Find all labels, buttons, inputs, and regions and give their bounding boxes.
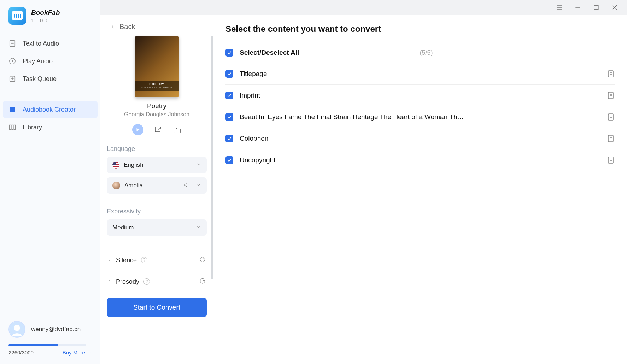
nav-audiobook-creator[interactable]: Audiobook Creator (3, 101, 98, 118)
checkbox[interactable] (225, 135, 233, 142)
svg-rect-11 (14, 125, 16, 130)
select-count: (5/5) (420, 49, 433, 57)
avatar (8, 321, 25, 338)
svg-rect-9 (10, 125, 11, 130)
nav-list-2: Audiobook Creator Library (0, 101, 100, 136)
chevron-down-icon (196, 224, 201, 231)
silence-row[interactable]: Silence ? (100, 249, 213, 271)
book-cover: POETRY GEORGIA DOUGLAS JOHNSON (135, 36, 179, 97)
cover-text: POETRY (136, 82, 178, 86)
checkbox[interactable] (225, 113, 233, 121)
nav-label: Audiobook Creator (23, 106, 76, 113)
back-label: Back (119, 23, 135, 31)
chapter-label: Beautiful Eyes Fame The Final Strain Her… (240, 113, 600, 121)
content: Back POETRY GEORGIA DOUGLAS JOHNSON Poet… (100, 15, 627, 364)
voice-avatar-icon (112, 182, 120, 189)
expressivity-label: Expressivity (107, 208, 207, 215)
scrollbar[interactable] (211, 36, 213, 279)
svg-marker-24 (184, 183, 187, 187)
content-row[interactable]: Titlepage (225, 63, 615, 85)
book-author: Georgia Douglas Johnson (124, 111, 189, 118)
help-icon[interactable]: ? (141, 257, 147, 263)
language-label: Language (107, 145, 207, 153)
document-icon[interactable] (607, 156, 615, 164)
main: Back POETRY GEORGIA DOUGLAS JOHNSON Poet… (100, 0, 627, 364)
content-row[interactable]: Uncopyright (225, 149, 615, 171)
chapter-label: Titlepage (240, 70, 600, 78)
document-icon (8, 40, 16, 47)
app-version: 1.1.0.0 (31, 17, 60, 23)
document-icon[interactable] (607, 91, 615, 100)
folder-icon[interactable] (172, 125, 182, 134)
start-convert-button[interactable]: Start to Convert (107, 298, 207, 317)
nav-label: Task Queue (23, 75, 57, 83)
expressivity-dropdown[interactable]: Medium (107, 219, 207, 236)
maximize-icon[interactable] (592, 3, 601, 12)
nav-label: Library (23, 124, 42, 131)
document-icon[interactable] (607, 70, 615, 78)
book-icon (8, 106, 16, 113)
chevron-down-icon (196, 162, 201, 168)
preview-play-button[interactable] (132, 124, 143, 135)
checkbox[interactable] (225, 92, 233, 99)
help-icon[interactable]: ? (143, 278, 150, 285)
voice-dropdown[interactable]: Amelia (107, 177, 207, 194)
svg-rect-34 (608, 135, 613, 142)
close-icon[interactable] (610, 3, 619, 12)
chapter-label: Imprint (240, 92, 600, 99)
svg-marker-21 (136, 128, 139, 131)
minimize-icon[interactable] (573, 3, 582, 12)
svg-rect-22 (155, 127, 160, 132)
user-email: wenny@dvdfab.cn (31, 326, 81, 333)
nav-list: Text to Audio Play Audio Task Queue (0, 35, 100, 88)
svg-rect-8 (10, 107, 15, 112)
document-icon[interactable] (607, 113, 615, 121)
content-list: Select the content you want to convert S… (213, 15, 627, 364)
nav-label: Text to Audio (23, 40, 59, 47)
checkbox-select-all[interactable] (225, 49, 233, 57)
app-logo-icon (8, 7, 26, 25)
language-section: Language English Amelia (100, 145, 213, 198)
checkbox[interactable] (225, 70, 233, 78)
chevron-right-icon (107, 257, 112, 263)
content-title: Select the content you want to convert (225, 24, 615, 34)
menu-icon[interactable] (555, 3, 564, 12)
refresh-icon[interactable] (199, 256, 206, 264)
voice-value: Amelia (124, 182, 179, 189)
back-button[interactable]: Back (100, 23, 213, 34)
nav-text-to-audio[interactable]: Text to Audio (3, 35, 98, 52)
chapter-label: Colophon (240, 135, 600, 142)
content-row[interactable]: Colophon (225, 128, 615, 149)
svg-marker-4 (12, 60, 14, 62)
select-all-row[interactable]: Select/Deselect All (5/5) (225, 42, 615, 63)
refresh-icon[interactable] (199, 277, 206, 286)
document-icon[interactable] (607, 134, 615, 143)
nav-play-audio[interactable]: Play Audio (3, 52, 98, 70)
open-external-icon[interactable] (153, 125, 163, 134)
buy-more-link[interactable]: Buy More → (63, 350, 92, 356)
expressivity-value: Medium (112, 224, 192, 231)
user-row[interactable]: wenny@dvdfab.cn (8, 321, 92, 338)
book-title: Poetry (147, 102, 166, 110)
nav-label: Play Audio (23, 58, 53, 65)
svg-rect-31 (608, 114, 613, 120)
usage-progress (8, 344, 86, 346)
usage-text: 2260/3000 (8, 350, 34, 356)
svg-point-13 (14, 325, 20, 331)
select-all-label: Select/Deselect All (240, 49, 416, 57)
nav-library[interactable]: Library (3, 118, 98, 136)
checkbox[interactable] (225, 156, 233, 164)
play-circle-icon (8, 57, 16, 65)
language-value: English (124, 162, 192, 169)
convert-label: Start to Convert (133, 304, 180, 311)
speaker-icon[interactable] (183, 182, 190, 189)
content-row[interactable]: Imprint (225, 85, 615, 106)
prosody-label: Prosody (116, 278, 139, 286)
language-dropdown[interactable]: English (107, 157, 207, 173)
library-icon (8, 123, 16, 131)
nav-task-queue[interactable]: Task Queue (3, 70, 98, 88)
cover-subtext: GEORGIA DOUGLAS JOHNSON (136, 87, 178, 89)
content-row[interactable]: Beautiful Eyes Fame The Final Strain Her… (225, 106, 615, 128)
prosody-row[interactable]: Prosody ? (100, 271, 213, 292)
sidebar: BookFab 1.1.0.0 Text to Audio Play Audio… (0, 0, 100, 364)
